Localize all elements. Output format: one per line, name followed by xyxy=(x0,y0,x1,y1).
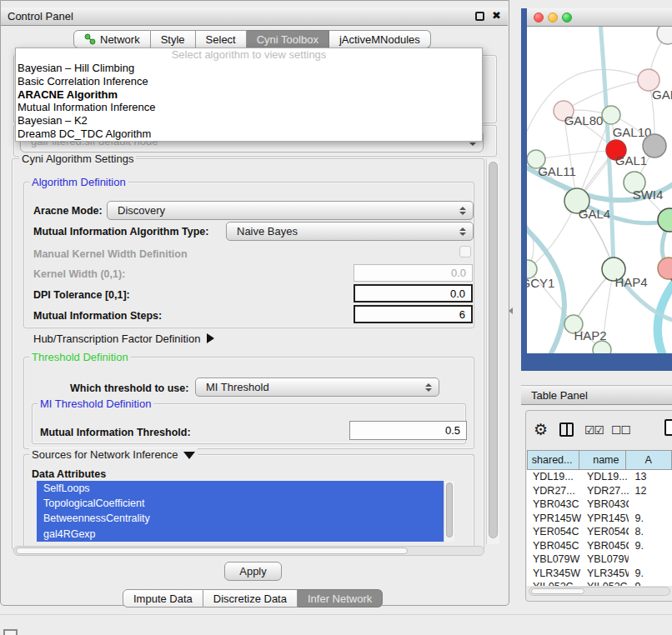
column-layout-icon[interactable] xyxy=(559,422,574,437)
network-node-gal10[interactable] xyxy=(602,106,620,124)
table-cell: 12 xyxy=(629,484,672,498)
node-attribute-table[interactable]: shared...nameA YDL19...YDL19...13YDR27..… xyxy=(527,450,672,586)
table-cell: YBL079W xyxy=(527,552,581,567)
tab-select[interactable]: Select xyxy=(196,30,247,48)
table-row[interactable]: YBL079WYBL079W xyxy=(527,552,672,567)
tab-label: Impute Data xyxy=(133,592,193,605)
network-node-swi4[interactable] xyxy=(658,208,672,232)
table-row[interactable]: YPR145WYPR145W9. xyxy=(527,512,672,526)
which-threshold-combobox[interactable]: MI Threshold xyxy=(195,378,439,397)
dropdown-item[interactable]: ARACNE Algorithm xyxy=(16,88,482,102)
hub-definition-expander[interactable]: Hub/Transcription Factor Definition xyxy=(33,332,214,345)
table-row[interactable]: YIL052CYIL052C9 xyxy=(527,580,672,586)
table-panel-title: Table Panel xyxy=(531,389,588,402)
attribute-list-item[interactable]: TopologicalCoefficient xyxy=(37,496,444,511)
close-panel-icon[interactable]: ✖ xyxy=(492,9,501,22)
dropdown-item[interactable]: Basic Correlation Inference xyxy=(16,75,482,88)
table-hscrollbar-thumb[interactable] xyxy=(531,588,584,594)
mi-threshold-value: 0.5 xyxy=(445,424,460,437)
network-node-label: GCY1 xyxy=(527,276,554,290)
network-edge[interactable] xyxy=(536,150,616,159)
table-cell: 9. xyxy=(629,567,672,581)
tab-discretize-data[interactable]: Discretize Data xyxy=(203,589,298,608)
attributes-scrollbar[interactable] xyxy=(444,481,454,542)
tab-style[interactable]: Style xyxy=(151,30,196,48)
table-cell: 13 xyxy=(629,470,672,484)
attribute-list-item[interactable]: BetweennessCentrality xyxy=(37,511,444,526)
control-panel-titlebar[interactable]: Control Panel ✖ xyxy=(1,8,508,26)
mi-type-value: Naive Bayes xyxy=(237,225,298,238)
table-panel-titlebar[interactable]: Table Panel xyxy=(521,385,672,405)
expand-down-icon xyxy=(183,452,195,459)
table-row[interactable]: YLR345WYLR345W9. xyxy=(527,567,672,581)
splitter-collapse-icon[interactable] xyxy=(509,308,513,314)
table-column-header[interactable]: A xyxy=(626,450,672,470)
kernel-width-input[interactable]: 0.0 xyxy=(354,264,473,282)
dropdown-item[interactable]: Bayesian – Hill Climbing xyxy=(16,62,482,75)
mac-zoom-icon[interactable] xyxy=(562,12,572,22)
select-all-checkboxes-icon[interactable]: ☑☑ xyxy=(584,423,604,437)
table-cell: YPR145W xyxy=(581,512,629,526)
apply-button[interactable]: Apply xyxy=(224,562,282,581)
table-cell: YER054C xyxy=(581,525,629,539)
aracne-mode-label: Aracne Mode: xyxy=(33,205,103,217)
attributes-scrollbar-thumb[interactable] xyxy=(446,482,453,538)
network-icon xyxy=(84,33,96,45)
mi-steps-value: 6 xyxy=(459,308,465,321)
restore-panel-icon[interactable] xyxy=(3,629,18,635)
table-row[interactable]: YDL19...YDL19...13 xyxy=(527,470,672,484)
export-table-icon[interactable] xyxy=(664,419,672,436)
mi-steps-input[interactable]: 6 xyxy=(354,305,473,323)
network-node-label: GAL80 xyxy=(564,113,604,128)
table-row[interactable]: YDR27...YDR27...12 xyxy=(527,484,672,498)
table-cell: YBR045C xyxy=(581,539,629,553)
manual-kernel-checkbox[interactable] xyxy=(459,246,471,258)
aracne-mode-combobox[interactable]: Discovery xyxy=(107,201,474,220)
table-cell: YLR345W xyxy=(581,567,629,581)
dropdown-item[interactable]: Dream8 DC_TDC Algorithm xyxy=(16,128,482,141)
attribute-list-item[interactable]: gal4RGexp xyxy=(37,527,444,542)
tab-cyni-toolbox[interactable]: Cyni Toolbox xyxy=(247,30,329,48)
table-horizontal-scrollbar[interactable] xyxy=(529,587,670,596)
table-row[interactable]: YBR043CYBR043C xyxy=(527,498,672,512)
mi-threshold-label: Mutual Information Threshold: xyxy=(40,427,191,438)
mi-threshold-input[interactable]: 0.5 xyxy=(349,421,467,440)
mac-close-icon[interactable] xyxy=(534,12,544,22)
attribute-list-item[interactable]: SelfLoops xyxy=(37,481,444,496)
mi-steps-label: Mutual Information Steps: xyxy=(33,310,162,322)
apply-button-label: Apply xyxy=(239,565,267,578)
mi-type-combobox[interactable]: Naive Bayes xyxy=(226,222,474,241)
deselect-all-checkboxes-icon[interactable]: ☐☐ xyxy=(611,423,630,437)
dpi-tolerance-input[interactable]: 0.0 xyxy=(354,284,473,302)
table-column-header[interactable]: name xyxy=(579,450,626,470)
network-node[interactable] xyxy=(593,341,611,353)
dropdown-item[interactable]: Mutual Information Inference xyxy=(16,101,482,114)
table-row[interactable]: YER054CYER054C8. xyxy=(527,525,672,539)
table-row[interactable]: YBR045CYBR045C9. xyxy=(527,539,672,553)
network-node-label: GAL4 xyxy=(579,207,610,221)
tab-network[interactable]: Network xyxy=(73,30,151,48)
tab-infer-network[interactable]: Infer Network xyxy=(298,589,383,608)
settings-vertical-scrollbar[interactable] xyxy=(486,159,499,544)
sources-title-expander[interactable]: Sources for Network Inference xyxy=(29,448,198,461)
aracne-mode-value: Discovery xyxy=(118,204,165,217)
gear-icon[interactable]: ⚙ xyxy=(534,420,548,439)
mi-threshold-title: MI Threshold Definition xyxy=(38,398,153,410)
table-column-header[interactable]: shared... xyxy=(527,450,579,470)
data-attributes-list[interactable]: SelfLoopsTopologicalCoefficientBetweenne… xyxy=(37,481,444,542)
network-view-canvas[interactable]: GALGAL80GAL10GAL1GAL11GAL4SWI4GCY1HAP4YH… xyxy=(527,27,672,353)
settings-hscrollbar-thumb[interactable] xyxy=(16,548,408,554)
tab-impute-data[interactable]: Impute Data xyxy=(123,589,203,608)
kernel-width-value: 0.0 xyxy=(451,267,466,279)
mac-minimize-icon[interactable] xyxy=(548,12,558,22)
network-node[interactable] xyxy=(657,27,672,44)
network-window-titlebar[interactable] xyxy=(527,8,672,27)
algorithm-definition-title: Algorithm Definition xyxy=(29,176,128,188)
dropdown-item[interactable]: Bayesian – K2 xyxy=(16,114,482,128)
table-cell: 9. xyxy=(629,539,672,553)
tab-jactivemnodules[interactable]: jActiveMNodules xyxy=(329,30,431,48)
settings-scrollbar-thumb[interactable] xyxy=(489,162,498,538)
settings-horizontal-scrollbar[interactable] xyxy=(13,546,484,556)
float-panel-icon[interactable] xyxy=(475,12,484,21)
hub-definition-label: Hub/Transcription Factor Definition xyxy=(33,332,200,345)
